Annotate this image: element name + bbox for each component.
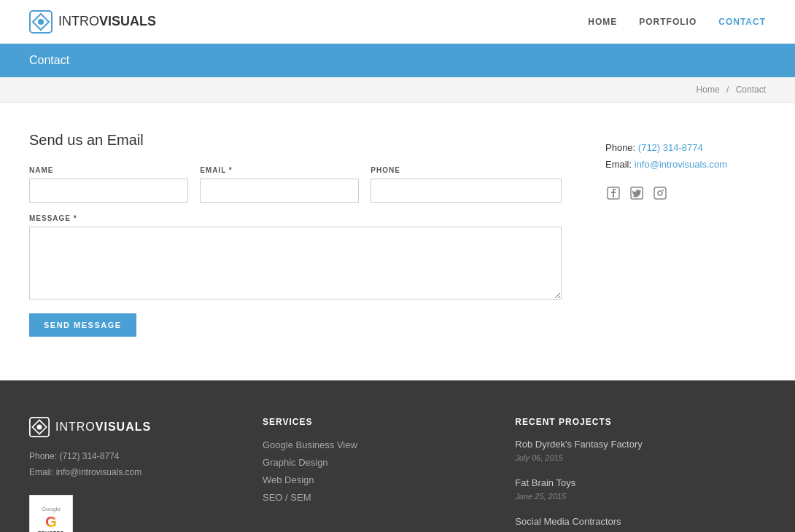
footer-logo: INTROVISUALS: [29, 417, 219, 437]
instagram-icon[interactable]: [652, 185, 668, 201]
project-name[interactable]: Rob Dyrdek's Fantasy Factory: [515, 439, 766, 450]
message-field-group: MESSAGE *: [29, 214, 562, 302]
list-item: Google Business View: [263, 439, 471, 450]
project-date: June 25, 2015: [515, 492, 566, 501]
recent-projects-title: RECENT PROJECTS: [515, 417, 766, 427]
phone-field-group: PHONE: [371, 166, 562, 203]
logo-visuals: VISUALS: [99, 14, 156, 28]
footer-logo-intro: INTRO: [55, 420, 96, 433]
message-label: MESSAGE *: [29, 214, 562, 222]
trusted-badge: Google G TRUSTED: [29, 495, 73, 532]
social-icons: [605, 185, 766, 201]
footer-grid: INTROVISUALS Phone: (712) 314-8774 Email…: [29, 417, 766, 532]
contact-info: Phone: (712) 314-8774 Email: info@introv…: [605, 139, 766, 173]
nav-contact[interactable]: CONTACT: [718, 17, 766, 27]
project-date: July 06, 2015: [515, 453, 562, 462]
name-input[interactable]: [29, 179, 188, 203]
phone-input[interactable]: [371, 179, 562, 203]
footer-logo-icon: [29, 417, 50, 437]
email-field-group: EMAIL *: [200, 166, 359, 203]
breadcrumb-current: Contact: [736, 85, 766, 95]
footer-email-label: Email:: [29, 467, 53, 477]
footer-brand-col: INTROVISUALS Phone: (712) 314-8774 Email…: [29, 417, 219, 532]
name-label: NAME: [29, 166, 188, 174]
google-icon: G: [45, 514, 57, 531]
footer-contact-info: Phone: (712) 314-8774 Email: info@introv…: [29, 449, 219, 480]
project-name[interactable]: Fat Brain Toys: [515, 477, 766, 488]
svg-point-6: [658, 191, 662, 195]
contact-form: NAME EMAIL * PHONE MESSAGE * SEND MESSAG…: [29, 166, 562, 337]
services-list: Google Business View Graphic Design Web …: [263, 439, 471, 503]
twitter-icon[interactable]: [629, 185, 645, 201]
nav-home[interactable]: HOME: [588, 17, 617, 27]
service-google[interactable]: Google Business View: [263, 439, 357, 450]
phone-label: PHONE: [371, 166, 562, 174]
breadcrumb: Home / Contact: [0, 77, 795, 103]
page-title-bar: Contact: [0, 44, 795, 77]
footer: INTROVISUALS Phone: (712) 314-8774 Email…: [0, 380, 795, 532]
project-name[interactable]: Social Media Contractors: [515, 516, 766, 527]
project-item: Social Media Contractors June 25, 2015: [515, 516, 766, 532]
logo-icon: [29, 10, 53, 34]
phone-label-text: Phone:: [605, 142, 635, 153]
footer-logo-text: INTROVISUALS: [55, 420, 151, 434]
footer-phone-number: (712) 314-8774: [59, 451, 119, 461]
page-title: Contact: [29, 54, 766, 67]
footer-services-col: SERVICES Google Business View Graphic De…: [263, 417, 471, 532]
footer-logo-visuals: VISUALS: [96, 420, 151, 433]
footer-projects-col: RECENT PROJECTS Rob Dyrdek's Fantasy Fac…: [515, 417, 766, 532]
main-nav: HOME PORTFOLIO CONTACT: [588, 17, 766, 27]
project-item: Fat Brain Toys June 25, 2015: [515, 477, 766, 501]
list-item: SEO / SEM: [263, 491, 471, 503]
nav-portfolio[interactable]: PORTFOLIO: [639, 17, 697, 27]
service-graphic[interactable]: Graphic Design: [263, 457, 328, 468]
footer-phone-label: Phone:: [29, 451, 57, 461]
contact-form-section: Send us an Email NAME EMAIL * PHONE MESS…: [29, 132, 562, 337]
service-seo[interactable]: SEO / SEM: [263, 492, 311, 503]
main-content: Send us an Email NAME EMAIL * PHONE MESS…: [0, 103, 795, 380]
footer-email-line: Email: info@introvisuals.com: [29, 465, 219, 481]
svg-point-7: [662, 189, 664, 191]
form-heading: Send us an Email: [29, 132, 562, 149]
google-label: Google: [42, 506, 61, 512]
breadcrumb-separator: /: [726, 85, 729, 95]
svg-point-10: [37, 425, 42, 430]
name-field-group: NAME: [29, 166, 188, 203]
email-input[interactable]: [200, 179, 359, 203]
logo-text: INTROVISUALS: [58, 14, 156, 29]
facebook-icon[interactable]: [605, 185, 621, 201]
form-row-top: NAME EMAIL * PHONE: [29, 166, 562, 203]
phone-link[interactable]: (712) 314-8774: [638, 142, 703, 153]
header: INTROVISUALS HOME PORTFOLIO CONTACT: [0, 0, 795, 44]
list-item: Web Design: [263, 474, 471, 485]
svg-rect-5: [654, 187, 666, 199]
footer-phone-line: Phone: (712) 314-8774: [29, 449, 219, 465]
email-label-text: Email:: [605, 159, 632, 170]
services-title: SERVICES: [263, 417, 471, 427]
contact-sidebar: Phone: (712) 314-8774 Email: info@introv…: [605, 132, 766, 337]
service-web[interactable]: Web Design: [263, 474, 314, 485]
footer-email-link[interactable]: info@introvisuals.com: [56, 467, 142, 477]
list-item: Graphic Design: [263, 456, 471, 468]
contact-email-line: Email: info@introvisuals.com: [605, 156, 766, 173]
message-input[interactable]: [29, 227, 562, 300]
logo-intro: INTRO: [58, 14, 99, 28]
site-logo[interactable]: INTROVISUALS: [29, 10, 156, 34]
svg-point-2: [38, 19, 44, 25]
project-item: Rob Dyrdek's Fantasy Factory July 06, 20…: [515, 439, 766, 463]
email-link[interactable]: info@introvisuals.com: [635, 159, 727, 170]
email-label: EMAIL *: [200, 166, 359, 174]
contact-phone-line: Phone: (712) 314-8774: [605, 139, 766, 156]
send-button[interactable]: SEND MESSAGE: [29, 313, 136, 337]
breadcrumb-home[interactable]: Home: [697, 85, 720, 95]
